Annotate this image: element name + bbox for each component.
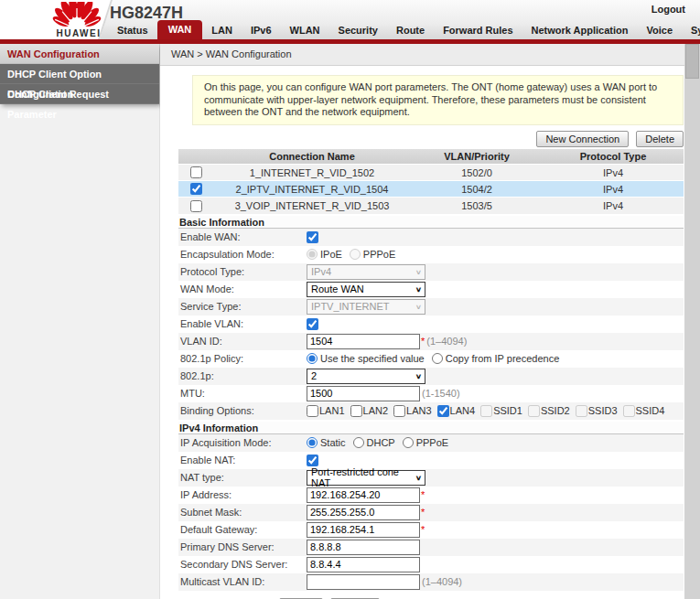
ipoe-radio-label: IPoE (320, 249, 342, 260)
tab-wlan[interactable]: WLAN (281, 22, 329, 39)
table-header-row: Connection Name VLAN/Priority Protocol T… (178, 149, 684, 165)
tab-lan[interactable]: LAN (202, 22, 242, 39)
lan1-label: LAN1 (319, 405, 345, 416)
nat-type-select[interactable]: Port-restricted cone NAT ∨ (307, 470, 425, 486)
table-row[interactable]: 2_IPTV_INTERNET_R_VID_1504 1504/2 IPv4 (178, 181, 684, 198)
tab-ipv6[interactable]: IPv6 (242, 22, 281, 39)
connection-toolbar: New Connection Delete (160, 131, 684, 147)
8021p-value: 2 (311, 370, 317, 381)
enable-nat-checkbox[interactable] (307, 455, 318, 466)
wan-mode-select[interactable]: Route WAN ∨ (307, 282, 425, 297)
new-connection-button[interactable]: New Connection (536, 131, 629, 147)
tab-wan[interactable]: WAN (157, 20, 203, 39)
section-basic-information: Basic Information (178, 216, 684, 229)
table-row[interactable]: 3_VOIP_INTERNET_R_VID_1503 1503/5 IPv4 (178, 198, 684, 214)
row-checkbox[interactable] (190, 183, 202, 195)
form-row-8021p: 802.1p: 2 ∨ (178, 368, 684, 385)
ssid4-label: SSID4 (636, 405, 665, 416)
protocol-type-cell: IPv4 (543, 181, 684, 198)
chevron-down-icon: ∨ (415, 372, 422, 380)
lan2-checkbox[interactable] (350, 405, 362, 417)
pppoe-radio (350, 249, 361, 260)
form-row-vlan-id: VLAN ID: *(1–4094) (178, 333, 684, 350)
lan3-label: LAN3 (406, 405, 432, 416)
scrollbar-thumb[interactable] (685, 44, 699, 79)
ssid1-checkbox (480, 405, 492, 417)
form-row-ip-address: IP Address: * (178, 487, 684, 504)
subnet-mask-input[interactable] (307, 505, 420, 520)
wan-mode-value: Route WAN (311, 283, 364, 294)
field-label: Service Type: (180, 301, 307, 312)
vlan-priority-cell: 1504/2 (411, 181, 543, 198)
form-row-enable-nat: Enable NAT: (178, 452, 684, 469)
connection-name-cell: 2_IPTV_INTERNET_R_VID_1504 (213, 181, 411, 198)
chevron-down-icon: ∨ (415, 303, 422, 310)
field-label: IP Address: (180, 489, 307, 500)
header-checkbox-column (178, 149, 213, 165)
field-label: Encapsulation Mode: (180, 249, 307, 260)
wan-configuration-form: Basic Information Enable WAN: Encapsulat… (178, 216, 684, 599)
connection-name-cell: 3_VOIP_INTERNET_R_VID_1503 (213, 198, 411, 214)
form-row-default-gateway: Default Gateway: * (178, 521, 684, 539)
static-radio-label: Static (320, 437, 346, 448)
section-ipv4-information: IPv4 Information (178, 422, 684, 434)
use-specified-value-radio[interactable] (307, 353, 318, 364)
sidebar-item-dhcp-client-option-configuration[interactable]: DHCP Client Option Configuration (0, 64, 159, 84)
sidebar-item-wan-configuration[interactable]: WAN Configuration (0, 44, 159, 64)
ssid1-label: SSID1 (493, 405, 522, 416)
static-radio[interactable] (307, 437, 318, 448)
field-label: 802.1p Policy: (180, 353, 307, 364)
field-label: Enable VLAN: (180, 318, 307, 329)
tab-security[interactable]: Security (329, 22, 387, 39)
multicast-vlan-id-input[interactable] (307, 574, 420, 590)
enable-wan-checkbox[interactable] (307, 231, 318, 243)
table-row[interactable]: 1_INTERNET_R_VID_1502 1502/0 IPv4 (178, 165, 684, 181)
ssid4-checkbox (623, 405, 635, 417)
tab-status[interactable]: Status (108, 22, 157, 39)
header: HUAWEI HG8247H Logout Status WAN LAN IPv… (0, 0, 700, 44)
lan1-checkbox[interactable] (307, 405, 318, 417)
field-label: Default Gateway: (180, 524, 307, 535)
tab-network-application[interactable]: Network Application (522, 22, 638, 39)
logout-link[interactable]: Logout (652, 4, 685, 15)
lan3-checkbox[interactable] (393, 405, 405, 417)
sidebar-item-dhcp-client-request-parameter[interactable]: DHCP Client Request Parameter (0, 84, 159, 104)
vlan-id-input[interactable] (307, 334, 420, 349)
form-row-encapsulation-mode: Encapsulation Mode: IPoE PPPoE (178, 246, 684, 263)
header-vlan-priority: VLAN/Priority (411, 149, 543, 165)
ssid3-label: SSID3 (588, 405, 618, 416)
main-nav: Status WAN LAN IPv6 WLAN Security Route … (108, 20, 700, 39)
mtu-range-hint: (1-1540) (422, 388, 460, 399)
header-connection-name: Connection Name (213, 149, 411, 165)
tab-system-tools[interactable]: System Tools (682, 22, 700, 39)
vertical-scrollbar[interactable] (684, 44, 700, 599)
tab-route[interactable]: Route (387, 22, 434, 39)
chevron-down-icon: ∨ (415, 268, 422, 275)
ip-address-input[interactable] (307, 487, 420, 503)
ssid3-checkbox (576, 405, 587, 417)
field-label: Enable WAN: (180, 231, 307, 242)
form-row-8021p-policy: 802.1p Policy: Use the specified value C… (178, 350, 684, 368)
tab-voice[interactable]: Voice (637, 22, 682, 39)
mtu-input[interactable] (307, 386, 420, 401)
8021p-select[interactable]: 2 ∨ (307, 369, 425, 384)
tab-forward-rules[interactable]: Forward Rules (434, 22, 522, 39)
field-label: Secondary DNS Server: (180, 559, 307, 570)
row-checkbox[interactable] (190, 200, 202, 212)
row-checkbox[interactable] (190, 166, 202, 178)
lan4-checkbox[interactable] (437, 405, 449, 417)
secondary-dns-input[interactable] (307, 557, 420, 572)
required-asterisk: * (421, 524, 425, 535)
pppoe-mode-radio[interactable] (403, 437, 414, 448)
primary-dns-input[interactable] (307, 540, 420, 555)
ssid2-label: SSID2 (541, 405, 570, 416)
default-gateway-input[interactable] (307, 522, 420, 538)
service-type-value: IPTV_INTERNET (311, 301, 390, 312)
enable-vlan-checkbox[interactable] (307, 318, 318, 330)
sidebar-menu: WAN Configuration DHCP Client Option Con… (0, 44, 159, 104)
vlan-priority-cell: 1502/0 (411, 165, 543, 181)
copy-from-ip-precedence-radio[interactable] (432, 353, 443, 364)
dhcp-radio[interactable] (353, 437, 364, 448)
delete-button[interactable]: Delete (636, 131, 684, 147)
field-label: Primary DNS Server: (180, 541, 307, 552)
